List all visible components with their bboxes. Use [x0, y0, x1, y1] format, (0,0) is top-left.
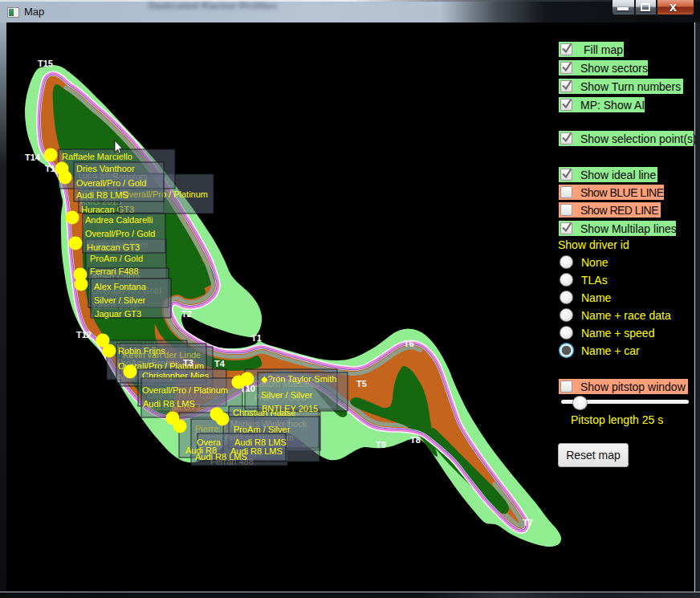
svg-text:T6: T6 — [404, 339, 414, 348]
svg-text:T4: T4 — [214, 359, 226, 368]
svg-text:Ferrari F488: Ferrari F488 — [90, 266, 139, 276]
svg-text:T12: T12 — [76, 330, 92, 340]
svg-text:T3: T3 — [183, 358, 193, 368]
svg-text:T14: T14 — [25, 153, 41, 162]
svg-text:Huracan GT3: Huracan GT3 — [148, 402, 201, 412]
svg-text:Silver / Silver: Silver / Silver — [94, 295, 146, 305]
svg-text:T1: T1 — [251, 333, 262, 343]
svg-text:Huracan GT3: Huracan GT3 — [87, 242, 140, 252]
svg-text:ProAm / Gold: ProAm / Gold — [90, 254, 143, 263]
svg-text:Overall/Pro / Gold: Overall/Pro / Gold — [76, 178, 146, 188]
svg-text:Overall/Pro / Gold: Overall/Pro / Gold — [85, 229, 155, 238]
svg-text:Overall/Pro / Platinum: Overall/Pro / Platinum — [142, 385, 228, 395]
svg-text:Jaguar GT3: Jaguar GT3 — [95, 309, 141, 319]
svg-text:T7: T7 — [523, 518, 533, 527]
svg-text:Callum MacLeod: Callum MacLeod — [253, 379, 319, 388]
svg-text:T9: T9 — [376, 440, 386, 450]
svg-text:Raffaele Marciello: Raffaele Marciello — [62, 152, 132, 161]
svg-text:ProAm / Gold: ProAm / Gold — [254, 393, 307, 402]
svg-text:BNTLEY 2015: BNTLEY 2015 — [262, 404, 318, 413]
svg-text:Audi R8 LMS: Audi R8 LMS — [76, 190, 128, 200]
svg-text:Robin Frijns: Robin Frijns — [118, 346, 165, 356]
svg-text:T5: T5 — [356, 379, 367, 388]
svg-text:T8: T8 — [410, 435, 421, 445]
svg-text:Dries Vanthoor: Dries Vanthoor — [76, 164, 135, 173]
svg-text:T2: T2 — [181, 309, 192, 319]
svg-text:Ferrari 488: Ferrari 488 — [210, 457, 254, 466]
svg-text:Alex Fontana: Alex Fontana — [94, 282, 147, 291]
svg-text:T15: T15 — [38, 59, 53, 68]
svg-text:Andrea Caldarelli: Andrea Caldarelli — [85, 215, 153, 225]
svg-text:ProAm / Silver: ProAm / Silver — [234, 425, 291, 434]
